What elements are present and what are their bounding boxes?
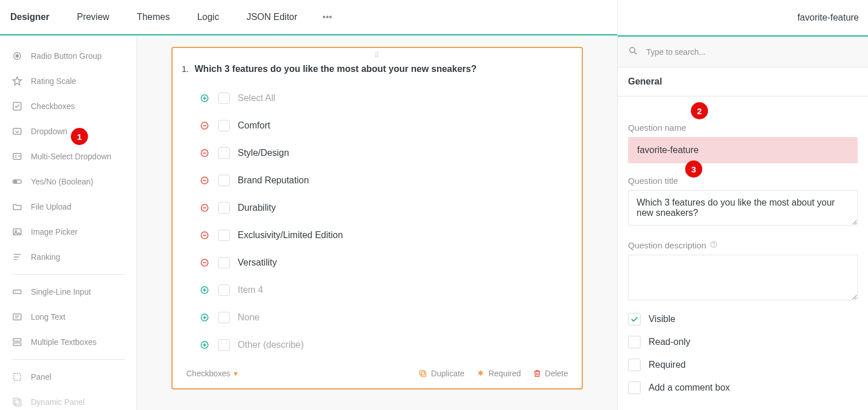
sidebar-item-label: Image Picker xyxy=(31,227,78,236)
checkbox[interactable] xyxy=(628,359,641,371)
question-title-input[interactable]: Which 3 features do you like the most ab… xyxy=(628,190,858,226)
help-icon[interactable] xyxy=(710,240,718,250)
choice-checkbox[interactable] xyxy=(218,175,230,186)
drag-handle-icon[interactable]: ⠿ xyxy=(173,48,582,61)
svg-rect-14 xyxy=(13,343,21,346)
remove-choice-icon[interactable] xyxy=(199,147,210,159)
svg-rect-13 xyxy=(13,339,21,341)
choice-text[interactable]: Style/Design xyxy=(238,148,289,158)
ranking-icon xyxy=(11,251,23,263)
choice-text[interactable]: Brand Reputation xyxy=(238,175,309,186)
question-name-input[interactable] xyxy=(628,137,858,163)
toolbox-panel[interactable]: Panel xyxy=(0,364,137,389)
sidebar-item-label: Dropdown xyxy=(31,127,67,136)
add-choice-icon[interactable] xyxy=(199,312,210,323)
toolbox-dynamic-panel[interactable]: Dynamic Panel xyxy=(0,389,137,410)
choice-text[interactable]: Item 4 xyxy=(238,285,263,295)
sidebar-item-label: Checkboxes xyxy=(31,102,75,111)
multitext-icon xyxy=(11,336,23,348)
toolbox-sidebar: 1 Radio Button Group Rating Scale Checkb… xyxy=(0,35,137,410)
section-general[interactable]: General xyxy=(618,67,868,97)
add-choice-icon[interactable] xyxy=(199,93,210,104)
question-title[interactable]: Which 3 features do you like the most ab… xyxy=(195,64,477,74)
choice-row: Brand Reputation xyxy=(173,167,582,194)
choice-text[interactable]: Durability xyxy=(238,203,276,213)
svg-rect-28 xyxy=(420,371,425,375)
toolbox-rating-scale[interactable]: Rating Scale xyxy=(0,69,137,94)
choice-text[interactable]: Exclusivity/Limited Edition xyxy=(238,230,343,240)
checkbox[interactable] xyxy=(628,336,641,348)
remove-choice-icon[interactable] xyxy=(199,257,210,268)
sidebar-item-label: Rating Scale xyxy=(31,77,76,86)
tab-json-editor[interactable]: JSON Editor xyxy=(244,12,299,22)
svg-rect-16 xyxy=(13,398,19,404)
toolbox-radio-button-group[interactable]: Radio Button Group xyxy=(0,43,137,69)
choice-checkbox[interactable] xyxy=(218,230,230,241)
designer-canvas: ⠿ 1. Which 3 features do you like the mo… xyxy=(137,35,617,410)
property-checkbox-row[interactable]: Visible xyxy=(628,313,858,325)
panel-icon xyxy=(11,371,23,383)
longtext-icon xyxy=(11,311,23,323)
tab-logic[interactable]: Logic xyxy=(195,12,221,22)
toolbox-dropdown[interactable]: Dropdown xyxy=(0,119,137,144)
duplicate-button[interactable]: Duplicate xyxy=(418,369,464,378)
toolbox-file-upload[interactable]: File Upload xyxy=(0,194,137,219)
choice-text[interactable]: Versatility xyxy=(238,258,277,268)
property-checkbox-row[interactable]: Required xyxy=(628,359,858,371)
properties-search-input[interactable] xyxy=(645,47,858,57)
question-type-selector[interactable]: Checkboxes ▾ xyxy=(186,369,238,378)
toolbox-multiple-textboxes[interactable]: Multiple Textboxes xyxy=(0,329,137,355)
tab-designer[interactable]: Designer xyxy=(8,12,51,22)
question-description-input[interactable] xyxy=(628,255,858,300)
choice-row: Item 4 xyxy=(173,276,582,304)
choice-checkbox[interactable] xyxy=(218,147,230,159)
choice-checkbox[interactable] xyxy=(218,284,230,296)
annotation-badge-1: 1 xyxy=(71,128,88,145)
choice-checkbox[interactable] xyxy=(218,339,230,351)
toolbox-long-text[interactable]: Long Text xyxy=(0,304,137,329)
choice-checkbox[interactable] xyxy=(218,312,230,323)
question-card[interactable]: ⠿ 1. Which 3 features do you like the mo… xyxy=(171,47,583,389)
toolbox-checkboxes[interactable]: Checkboxes xyxy=(0,94,137,119)
checkbox[interactable] xyxy=(628,381,641,394)
toolbox-boolean[interactable]: Yes/No (Boolean) xyxy=(0,169,137,194)
toolbox-multiselect-dropdown[interactable]: Multi-Select Dropdown xyxy=(0,144,137,169)
toolbox-ranking[interactable]: Ranking xyxy=(0,244,137,270)
tab-themes[interactable]: Themes xyxy=(134,12,172,22)
properties-search-row xyxy=(618,35,868,67)
choice-text[interactable]: Other (describe) xyxy=(238,340,304,350)
remove-choice-icon[interactable] xyxy=(199,202,210,214)
delete-button[interactable]: Delete xyxy=(533,369,568,378)
property-checkbox-row[interactable]: Read-only xyxy=(628,336,858,348)
choice-checkbox[interactable] xyxy=(218,257,230,268)
chevron-down-icon: ▾ xyxy=(234,369,238,378)
svg-rect-17 xyxy=(15,400,21,406)
delete-label: Delete xyxy=(545,369,568,378)
checkbox[interactable] xyxy=(628,313,641,325)
tab-preview[interactable]: Preview xyxy=(74,12,111,22)
remove-choice-icon[interactable] xyxy=(199,175,210,186)
remove-choice-icon[interactable] xyxy=(199,230,210,241)
choice-row: Exclusivity/Limited Edition xyxy=(173,222,582,249)
remove-choice-icon[interactable] xyxy=(199,120,210,131)
choice-text[interactable]: None xyxy=(238,312,259,323)
checkbox-label: Add a comment box xyxy=(649,383,730,393)
toolbox-single-line-input[interactable]: Single-Line Input xyxy=(0,279,137,304)
choice-text[interactable]: Select All xyxy=(238,93,275,103)
toggle-icon xyxy=(11,176,23,187)
add-choice-icon[interactable] xyxy=(199,339,210,351)
choice-checkbox[interactable] xyxy=(218,202,230,214)
properties-body: 2 3 Question name Question title Which 3… xyxy=(618,97,868,410)
prop-label-question-name: Question name xyxy=(628,123,858,132)
toolbox-image-picker[interactable]: Image Picker xyxy=(0,219,137,244)
property-checkbox-row[interactable]: Add a comment box xyxy=(628,381,858,394)
sidebar-item-label: Ranking xyxy=(31,252,60,262)
dropdown-icon xyxy=(11,126,23,137)
add-choice-icon[interactable] xyxy=(199,284,210,296)
more-tabs-icon[interactable]: ••• xyxy=(322,12,332,22)
choice-text[interactable]: Comfort xyxy=(238,120,270,131)
required-button[interactable]: Required xyxy=(476,369,521,378)
svg-rect-5 xyxy=(13,128,21,135)
choice-checkbox[interactable] xyxy=(218,93,230,104)
choice-checkbox[interactable] xyxy=(218,120,230,131)
